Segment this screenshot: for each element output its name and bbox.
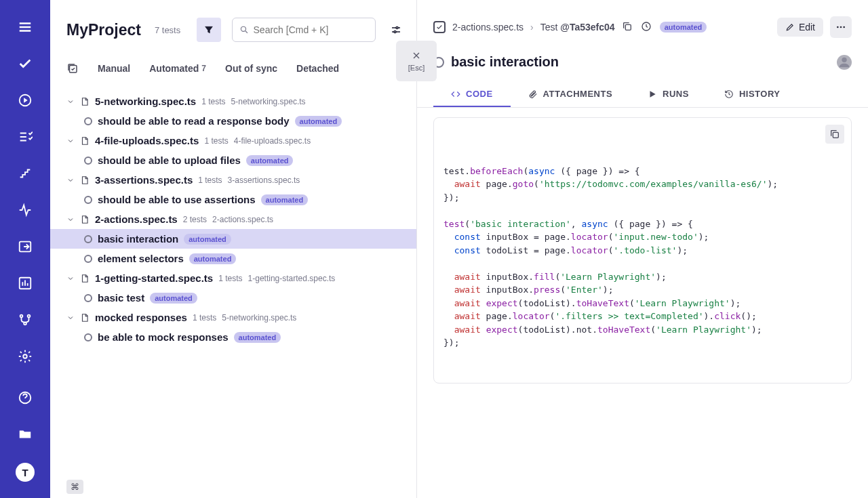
steps-icon[interactable] — [17, 165, 33, 182]
search-input[interactable] — [232, 18, 376, 42]
test-tree: 5-networking.spec.ts1 tests5-networking.… — [50, 85, 416, 498]
branch-icon[interactable] — [17, 312, 33, 328]
test-row[interactable]: should be able to upload filesautomated — [50, 150, 416, 170]
search-field[interactable] — [254, 24, 368, 35]
status-icon — [84, 235, 92, 243]
close-icon — [411, 50, 422, 61]
spec-path: 4-file-uploads.spec.ts — [234, 136, 311, 146]
file-check-icon — [433, 21, 446, 33]
project-title: MyProject — [66, 21, 141, 39]
spec-row[interactable]: mocked responses1 tests5-networking.spec… — [50, 308, 416, 327]
automation-badge: automated — [295, 116, 342, 127]
nav-rail: T — [0, 0, 50, 498]
status-icon — [84, 157, 92, 165]
settings-icon[interactable] — [17, 348, 33, 365]
checklist-icon[interactable] — [17, 129, 33, 145]
svg-point-16 — [843, 26, 845, 28]
detail-badge: automated — [660, 22, 707, 33]
svg-point-10 — [394, 31, 396, 33]
tab-detached[interactable]: Detached — [296, 63, 339, 74]
copy-code-button[interactable] — [825, 125, 844, 144]
spec-count: 2 tests — [183, 215, 207, 224]
automation-badge: automated — [246, 155, 294, 166]
test-row[interactable]: be able to mock responsesautomated — [50, 327, 416, 347]
tab-out-of-sync[interactable]: Out of sync — [225, 63, 277, 74]
right-pane: 2-actions.spec.ts › Test @Ta53efc04 auto… — [417, 0, 868, 498]
close-panel-button[interactable]: [Esc] — [396, 41, 437, 81]
spec-row[interactable]: 3-assertions.spec.ts1 tests3-assertions.… — [50, 170, 416, 190]
status-icon — [84, 196, 92, 204]
keyboard-shortcuts-button[interactable]: ⌘ — [66, 480, 83, 494]
copy-id-icon[interactable] — [622, 21, 634, 33]
activity-icon[interactable] — [17, 202, 33, 218]
tab-attachments[interactable]: ATTACHMENTS — [511, 82, 631, 107]
help-icon[interactable] — [17, 390, 33, 406]
test-row[interactable]: basic testautomated — [50, 288, 416, 308]
tab-history[interactable]: HISTORY — [707, 82, 798, 107]
spec-name: mocked responses — [95, 312, 187, 323]
close-panel-label: [Esc] — [408, 64, 425, 72]
tab-history-label: HISTORY — [739, 89, 781, 99]
status-icon — [84, 117, 92, 125]
test-row[interactable]: element selectorsautomated — [50, 249, 416, 268]
menu-icon[interactable] — [17, 19, 33, 35]
spec-row[interactable]: 4-file-uploads.spec.ts1 tests4-file-uplo… — [50, 131, 416, 150]
spec-name: 5-networking.spec.ts — [95, 96, 196, 107]
test-row[interactable]: should be able to read a response bodyau… — [50, 111, 416, 131]
edit-button[interactable]: Edit — [777, 18, 823, 37]
spec-row[interactable]: 5-networking.spec.ts1 tests5-networking.… — [50, 91, 416, 111]
automation-badge: automated — [261, 194, 309, 205]
test-name: should be able to use assertions — [98, 194, 256, 205]
check-icon[interactable] — [17, 56, 33, 72]
filter-tabs: Manual Automated 7 Out of sync Detached — [50, 53, 416, 85]
spec-path: 3-assertions.spec.ts — [228, 175, 300, 185]
tab-runs[interactable]: RUNS — [630, 82, 707, 107]
select-all-icon[interactable] — [66, 62, 79, 75]
import-icon[interactable] — [17, 238, 33, 255]
automation-badge: automated — [184, 234, 231, 245]
tab-code-label: CODE — [466, 89, 493, 99]
spec-name: 4-file-uploads.spec.ts — [95, 135, 199, 146]
play-icon — [648, 89, 657, 99]
breadcrumb-test-id: @Ta53efc04 — [560, 22, 614, 33]
code-block: test.beforeEach(async ({ page }) => { aw… — [433, 117, 852, 383]
status-icon — [84, 255, 92, 263]
test-name: should be able to read a response body — [98, 115, 290, 127]
chevron-down-icon — [66, 137, 75, 145]
spec-count: 1 tests — [201, 97, 225, 106]
test-name: basic test — [98, 292, 144, 304]
test-row[interactable]: basic interactionautomated — [50, 229, 416, 249]
breadcrumb-file[interactable]: 2-actions.spec.ts — [452, 22, 524, 33]
history-icon — [724, 89, 734, 99]
chart-icon[interactable] — [17, 275, 33, 291]
detail-tabs: CODE ATTACHMENTS RUNS HISTORY — [417, 82, 868, 108]
attachment-icon — [528, 89, 538, 99]
sliders-icon[interactable] — [387, 18, 406, 42]
test-row[interactable]: should be able to use assertionsautomate… — [50, 190, 416, 209]
chevron-down-icon — [66, 314, 75, 322]
app-logo-icon[interactable]: T — [16, 463, 35, 482]
file-icon — [80, 136, 90, 146]
project-test-count: 7 tests — [155, 25, 180, 35]
play-circle-icon[interactable] — [17, 92, 33, 108]
file-icon — [80, 313, 90, 323]
file-icon — [80, 175, 90, 185]
tab-code[interactable]: CODE — [433, 82, 511, 107]
assignee-avatar[interactable] — [837, 55, 852, 70]
tab-automated[interactable]: Automated 7 — [149, 63, 206, 74]
tab-manual[interactable]: Manual — [98, 63, 130, 74]
chevron-down-icon — [66, 176, 75, 184]
spec-row[interactable]: 2-actions.spec.ts2 tests2-actions.spec.t… — [50, 209, 416, 229]
test-title: basic interaction — [451, 54, 559, 70]
folder-icon[interactable] — [17, 426, 33, 442]
pencil-icon — [785, 22, 795, 32]
filter-button[interactable] — [197, 18, 221, 42]
clock-icon[interactable] — [641, 21, 653, 33]
edit-button-label: Edit — [799, 22, 815, 33]
spec-row[interactable]: 1-getting-started.spec.ts1 tests1-gettin… — [50, 268, 416, 288]
more-button[interactable] — [830, 16, 852, 38]
spec-name: 3-assertions.spec.ts — [95, 174, 193, 186]
test-name: be able to mock responses — [98, 331, 229, 343]
file-icon — [80, 215, 90, 224]
copy-icon — [829, 129, 840, 140]
